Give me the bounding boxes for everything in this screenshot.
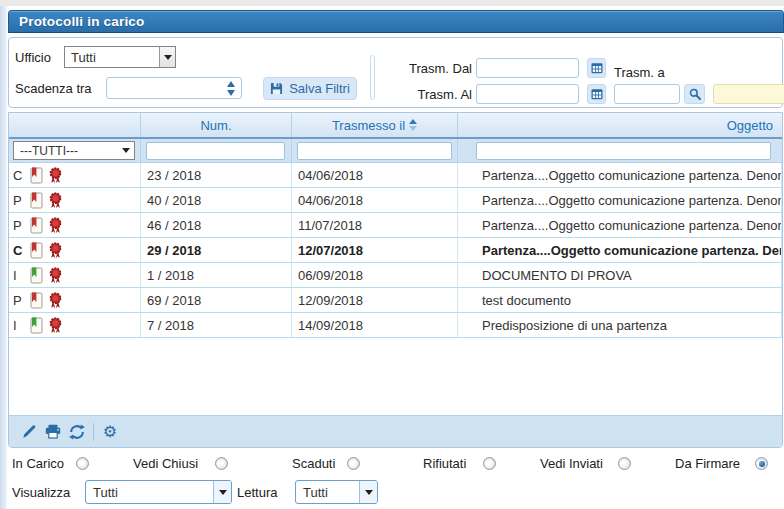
print-button[interactable] — [41, 420, 65, 444]
row-trasmesso: 11/07/2018 — [292, 213, 458, 237]
row-oggetto: Partenza....Oggetto comunicazione parten… — [458, 213, 782, 237]
column-header-num[interactable]: Num. — [141, 113, 292, 137]
row-type-label: I — [13, 268, 25, 283]
ufficio-label: Ufficio — [15, 50, 51, 65]
row-type-label: I — [13, 318, 25, 333]
scadenza-label: Scadenza tra — [15, 81, 92, 96]
table-row[interactable]: P 46 / 2018 11/07/2018 Partenza....Ogget… — [9, 213, 782, 238]
seal-icon — [48, 167, 63, 184]
type-filter-value: ---TUTTI--- — [20, 144, 78, 158]
refresh-button[interactable] — [65, 420, 89, 444]
seal-icon — [48, 192, 63, 209]
type-filter-select[interactable]: ---TUTTI--- — [13, 141, 135, 160]
trasm-dal-label: Trasm. Dal — [394, 61, 472, 76]
ufficio-select[interactable]: Tutti — [64, 46, 176, 68]
filter-divider — [370, 55, 375, 100]
row-type-label: P — [13, 218, 25, 233]
trasm-a-search-button[interactable] — [684, 84, 705, 104]
trasm-dal-calendar-button[interactable] — [587, 58, 606, 78]
table-row[interactable]: I 7 / 2018 14/09/2018 Predisposizione di… — [9, 313, 782, 338]
toolbar-divider — [93, 423, 94, 441]
table-filter-row: ---TUTTI--- — [9, 139, 782, 163]
row-type-label: P — [13, 193, 25, 208]
row-type-cell: C — [9, 163, 141, 187]
table-row[interactable]: C 23 / 2018 04/06/2018 Partenza....Ogget… — [9, 163, 782, 188]
column-header-oggetto[interactable]: Oggetto — [458, 113, 782, 137]
visualizza-select[interactable]: Tutti — [85, 480, 232, 504]
table-row[interactable]: C 29 / 2018 12/07/2018 Partenza....Ogget… — [9, 238, 782, 263]
seal-icon — [48, 242, 63, 259]
column-header-type[interactable] — [9, 113, 141, 137]
radio-button[interactable] — [618, 457, 631, 470]
radio-button[interactable] — [76, 457, 89, 470]
bookmark-document-icon — [28, 267, 43, 284]
radio-button[interactable] — [483, 457, 496, 470]
stepper-down-icon[interactable] — [227, 90, 235, 96]
row-oggetto: Predisposizione di una partenza — [458, 313, 782, 337]
row-type-cell: P — [9, 288, 141, 312]
chevron-down-icon — [118, 142, 134, 159]
row-num: 40 / 2018 — [141, 188, 292, 212]
scadenza-stepper[interactable] — [227, 81, 235, 96]
trasm-dal-input[interactable] — [476, 58, 579, 78]
trasm-a-label: Trasm. a — [614, 65, 665, 80]
salva-filtri-button[interactable]: Salva Filtri — [263, 77, 357, 100]
lettura-select[interactable]: Tutti — [295, 480, 378, 504]
radio-button[interactable] — [755, 457, 768, 470]
radio-button[interactable] — [347, 457, 360, 470]
num-filter-input[interactable] — [146, 142, 285, 160]
table-toolbar: ⚙ — [9, 415, 782, 447]
status-filter-da-firmare[interactable]: Da Firmare — [675, 456, 768, 471]
search-icon — [689, 88, 701, 100]
radio-button[interactable] — [215, 457, 228, 470]
row-oggetto: Partenza....Oggetto comunicazione parten… — [458, 238, 782, 262]
bookmark-document-icon — [28, 192, 43, 209]
trasm-al-calendar-button[interactable] — [587, 84, 606, 104]
row-num: 29 / 2018 — [141, 238, 292, 262]
trasm-a-description-field[interactable] — [713, 84, 784, 104]
row-type-label: C — [13, 243, 25, 258]
trasm-a-input[interactable] — [614, 84, 680, 104]
trasm-al-label: Trasm. Al — [394, 87, 472, 102]
row-trasmesso: 14/09/2018 — [292, 313, 458, 337]
chevron-down-icon — [213, 481, 231, 503]
edit-button[interactable] — [17, 420, 41, 444]
row-num: 69 / 2018 — [141, 288, 292, 312]
settings-button[interactable]: ⚙ — [98, 420, 122, 444]
status-filter-scaduti[interactable]: Scaduti — [292, 456, 360, 471]
seal-icon — [48, 267, 63, 284]
trasm-al-input[interactable] — [476, 84, 579, 104]
column-header-trasmesso-il[interactable]: Trasmesso il — [292, 113, 458, 137]
top-strip — [0, 0, 784, 6]
row-oggetto: Partenza....Oggetto comunicazione parten… — [458, 163, 782, 187]
bookmark-document-icon — [28, 317, 43, 334]
row-trasmesso: 12/07/2018 — [292, 238, 458, 262]
stepper-up-icon[interactable] — [227, 81, 235, 87]
row-trasmesso: 06/09/2018 — [292, 263, 458, 287]
bookmark-document-icon — [28, 167, 43, 184]
bottom-bar: Visualizza Tutti Lettura Tutti — [0, 479, 784, 505]
printer-icon — [45, 424, 61, 439]
trasmesso-filter-input[interactable] — [297, 142, 452, 160]
oggetto-filter-input[interactable] — [476, 142, 771, 160]
row-type-cell: P — [9, 188, 141, 212]
visualizza-select-value: Tutti — [93, 485, 118, 500]
save-icon — [270, 82, 283, 95]
row-trasmesso: 12/09/2018 — [292, 288, 458, 312]
status-filter-in-carico[interactable]: In Carico — [12, 456, 89, 471]
bookmark-document-icon — [28, 217, 43, 234]
table-row[interactable]: P 40 / 2018 04/06/2018 Partenza....Ogget… — [9, 188, 782, 213]
row-type-label: P — [13, 293, 25, 308]
row-num: 46 / 2018 — [141, 213, 292, 237]
scadenza-input[interactable] — [106, 77, 242, 99]
table-row[interactable]: I 1 / 2018 06/09/2018 DOCUMENTO DI PROVA — [9, 263, 782, 288]
bookmark-document-icon — [28, 292, 43, 309]
status-filter-vedi-inviati[interactable]: Vedi Inviati — [540, 456, 631, 471]
row-oggetto: DOCUMENTO DI PROVA — [458, 263, 782, 287]
pencil-icon — [22, 424, 37, 439]
chevron-down-icon — [359, 481, 377, 503]
status-filter-vedi-chiusi[interactable]: Vedi Chiusi — [133, 456, 228, 471]
table-row[interactable]: P 69 / 2018 12/09/2018 test documento — [9, 288, 782, 313]
status-filter-rifiutati[interactable]: Rifiutati — [423, 456, 496, 471]
row-trasmesso: 04/06/2018 — [292, 163, 458, 187]
